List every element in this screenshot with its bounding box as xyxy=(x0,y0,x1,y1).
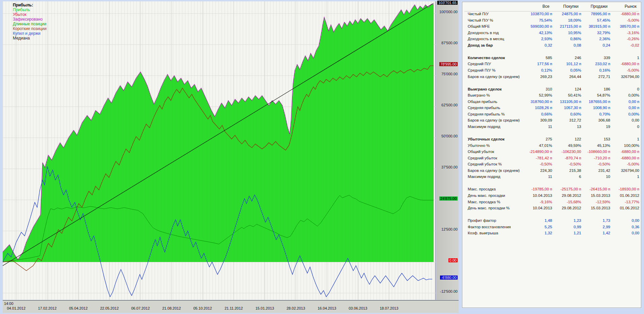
row-label: Чистый П/У xyxy=(468,12,489,16)
row-value: 585 xyxy=(546,56,552,60)
row-label: Общий MFE xyxy=(468,24,490,28)
row-value: -0,50% xyxy=(598,162,610,166)
row-label: Макс. просадка xyxy=(468,187,496,191)
scale-value-tag: 103'701.65 xyxy=(437,1,458,5)
row-value: 306,68 xyxy=(598,118,610,122)
table-row: Чистый П/У103870,00 п24875,00 п78995,00 … xyxy=(462,12,641,18)
table-row: Общая прибыль318760,00 п131105,00 п18765… xyxy=(462,100,641,106)
row-value: 0,00 xyxy=(632,231,639,235)
row-value: -9,16% xyxy=(540,200,552,204)
statistics-panel: ВсеПокупкиПродажиРынок Чистый П/У103870,… xyxy=(462,2,641,308)
row-value: 15.03.2013 xyxy=(591,206,610,210)
row-value: 339 xyxy=(604,56,610,60)
table-row: Доходность в год42,13%10,95%32,79%-3,16% xyxy=(462,31,641,37)
row-value: 0,24 xyxy=(603,43,610,47)
row-value: -5,00% xyxy=(627,162,639,166)
row-label: Баров на сделку (в среднем) xyxy=(468,118,520,122)
row-value: -0,50% xyxy=(569,162,581,166)
table-row: Общий убыток-214890,00 п-106230,00-10866… xyxy=(462,150,641,156)
row-value: -13,77% xyxy=(625,200,639,204)
date-tick-label: 03.06.2013 xyxy=(349,306,367,310)
legend-item: Прибыль xyxy=(13,7,47,12)
row-value: 122 xyxy=(575,137,581,141)
row-label: Убыточно % xyxy=(468,143,490,148)
table-row: День макс. просадки10.04.201329.08.20121… xyxy=(462,193,641,200)
row-value: 0,08 xyxy=(574,43,581,47)
date-tick-label: 16.04.2013 xyxy=(317,306,336,310)
row-value: 52,99% xyxy=(539,93,552,97)
row-value: 1 xyxy=(637,56,639,60)
scale-label: 75'000.00 xyxy=(441,72,458,76)
row-value: 217115,00 п xyxy=(560,24,581,28)
scale-label: 37'500.00 xyxy=(441,165,458,169)
table-row: Фактор восстановления5,250,992,990,36 xyxy=(462,225,641,231)
row-value: 187655,00 п xyxy=(589,100,610,104)
row-value: 13 xyxy=(577,125,581,129)
row-label: День макс. просадки % xyxy=(468,206,510,210)
row-value: 0,00 xyxy=(632,218,639,223)
row-label: Доходность в год xyxy=(468,31,499,35)
row-value: 11 xyxy=(548,125,552,129)
row-label: Максимум подряд xyxy=(468,175,500,179)
row-value: 0,00 п xyxy=(628,100,639,104)
chart-legend: Прибыль: ПрибыльУбытокЗафиксированоДлинн… xyxy=(13,3,47,41)
row-label: Доход за бар xyxy=(468,43,493,47)
row-value: 177,56 п xyxy=(537,62,552,66)
row-value: 1028,26 п xyxy=(535,106,552,110)
app-window: { "legend": { "title": "Прибыль:", "item… xyxy=(0,0,644,314)
date-tick-label: 05.04.2012 xyxy=(69,306,87,310)
legend-item: Убыток xyxy=(13,12,47,17)
row-value: 0,36 xyxy=(632,225,639,229)
row-value: 1,73 xyxy=(603,218,610,223)
row-label: Средний П/У xyxy=(468,62,491,66)
row-label: Выиграно % xyxy=(468,93,490,97)
row-value: 103870,00 п xyxy=(531,12,552,16)
row-value: 57,45% xyxy=(597,18,610,22)
row-value: 1 xyxy=(637,137,639,141)
row-value: 01.06.2012 xyxy=(620,193,639,198)
row-value: 54,87% xyxy=(597,93,610,97)
row-label: Средний убыток % xyxy=(468,162,502,166)
row-value: 2,99 xyxy=(603,225,610,229)
row-value: -26415,00 п xyxy=(590,187,610,191)
column-header-1: Все xyxy=(522,4,549,11)
row-value: 312,72 xyxy=(569,118,581,122)
row-value: 0,12% xyxy=(541,68,552,72)
row-value: 153 xyxy=(604,137,610,141)
row-value: 381915,00 п xyxy=(589,24,610,28)
row-value: 10,95% xyxy=(568,31,581,35)
scale-label: 100'000.00 xyxy=(439,10,458,14)
row-value: 1008,90 п xyxy=(593,106,610,110)
date-tick-label: 18.07.2013 xyxy=(380,306,398,310)
row-value: 0,00% xyxy=(628,112,639,116)
row-value: 215,38 xyxy=(569,168,581,173)
row-value: -25175,00 п xyxy=(561,187,581,191)
date-tick-label: 05.10.2012 xyxy=(193,306,212,310)
row-value: -710,20 п xyxy=(594,156,610,160)
legend-item: Купил и держи xyxy=(13,31,47,36)
row-value: 1,32 xyxy=(545,231,552,235)
date-tick-label: 28.02.2013 xyxy=(286,306,305,310)
date-tick-label: 22.05.2012 xyxy=(100,306,119,310)
scale-label: 12'500.00 xyxy=(441,227,458,231)
row-value: 1,48 xyxy=(545,218,552,223)
row-value: 131105,00 п xyxy=(560,100,581,104)
row-label: Общая прибыль xyxy=(468,100,497,104)
row-value: 6 xyxy=(579,175,581,179)
row-value: -19785,00 п xyxy=(532,187,552,191)
row-value: 24875,00 п xyxy=(562,12,581,16)
row-value: -106230,00 xyxy=(562,150,581,154)
row-value: 599030,00 п xyxy=(531,24,552,28)
row-value: 0,60% xyxy=(570,112,581,116)
table-row: Количество сделок5852463391 xyxy=(462,56,641,62)
row-label: Убыточных сделок xyxy=(468,137,505,141)
profit-area xyxy=(3,4,434,262)
row-value: -3,16% xyxy=(627,31,639,35)
row-value: -0,26% xyxy=(627,37,639,41)
row-value: 0 xyxy=(637,125,639,129)
equity-chart-plot[interactable]: Прибыль: ПрибыльУбытокЗафиксированоДлинн… xyxy=(3,1,436,300)
row-value: 0 xyxy=(637,87,639,91)
row-value: -6880,00 п xyxy=(621,156,639,160)
table-row: Доход за бар0,320,080,24-0,02 xyxy=(462,43,641,50)
table-row: Выиграно %52,99%50,41%54,87%0,00% xyxy=(462,93,641,100)
